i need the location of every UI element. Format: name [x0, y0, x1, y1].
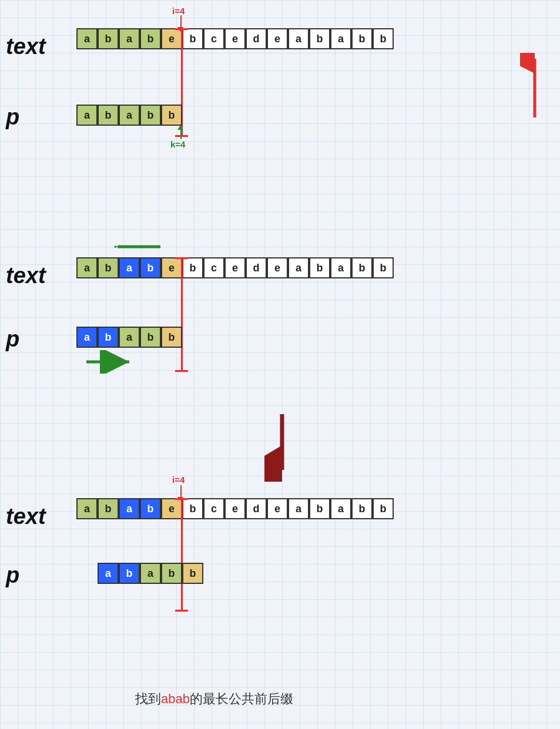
s1-tc-7: e — [224, 28, 246, 49]
s1-vline-bottom-cap — [175, 135, 188, 137]
s3-vline-top-cap — [175, 498, 188, 500]
red-up-arrow-right — [520, 53, 549, 126]
section1-p-label: p — [6, 105, 19, 130]
s1-tc-5: b — [182, 28, 203, 49]
s3-tc-2: a — [119, 498, 140, 519]
section1-p-array: a b a b b — [76, 105, 182, 126]
s3-tc-4: e — [161, 498, 182, 519]
s1-i-label: i=4 — [172, 6, 185, 16]
s1-pc-3: b — [140, 105, 161, 126]
section2-text-label: text — [6, 263, 46, 288]
s1-pc-1: b — [98, 105, 119, 126]
s3-pc-2: a — [140, 563, 161, 584]
section1-text-label: text — [6, 34, 46, 59]
s2-tc-4: e — [161, 257, 182, 278]
s1-tc-2: a — [119, 28, 140, 49]
s3-tc-13: b — [351, 498, 373, 519]
section2-text-array: a b a b e b c e d e a b a b b — [76, 257, 394, 278]
s1-tc-12: a — [330, 28, 351, 49]
s1-i-arrow — [180, 15, 182, 28]
s2-tc-11: b — [309, 257, 330, 278]
s2-pc-3: b — [140, 327, 161, 348]
s2-tc-7: e — [224, 257, 246, 278]
s2-tc-0: a — [76, 257, 98, 278]
section2-p-array: a b a b b — [76, 327, 182, 348]
s3-tc-11: b — [309, 498, 330, 519]
section2-p-label: p — [6, 327, 19, 352]
s1-tc-1: b — [98, 28, 119, 49]
s2-tc-2: a — [119, 257, 140, 278]
s1-tc-10: a — [288, 28, 309, 49]
s1-k-label: k=4 — [170, 139, 185, 149]
s2-green-right-arrow — [85, 350, 132, 376]
s2-tc-6: c — [203, 257, 224, 278]
s3-tc-10: a — [288, 498, 309, 519]
s1-k-arrowhead — [177, 125, 183, 130]
s3-tc-5: b — [182, 498, 203, 519]
s3-tc-7: e — [224, 498, 246, 519]
section3-p-array: a b a b b — [98, 563, 203, 584]
s3-pc-3: b — [161, 563, 182, 584]
s3-i-arrow — [180, 485, 182, 498]
bottom-text: 找到abab的最长公共前后缀 — [135, 690, 293, 708]
s3-i-label: i=4 — [172, 475, 185, 485]
s1-tc-0: a — [76, 28, 98, 49]
s1-tc-3: b — [140, 28, 161, 49]
bottom-highlight: abab — [161, 691, 190, 706]
section3-p-label: p — [6, 563, 19, 588]
s2-tc-13: b — [351, 257, 373, 278]
s2-tc-5: b — [182, 257, 203, 278]
s2-tc-10: a — [288, 257, 309, 278]
s2-pc-4: b — [161, 327, 182, 348]
dark-red-down-arrow — [264, 411, 300, 484]
s2-tc-12: a — [330, 257, 351, 278]
s3-tc-0: a — [76, 498, 98, 519]
s1-pc-0: a — [76, 105, 98, 126]
s3-tc-9: e — [267, 498, 288, 519]
s3-tc-1: b — [98, 498, 119, 519]
s2-tc-14: b — [373, 257, 394, 278]
s3-red-vline — [181, 498, 183, 611]
section3-text-array: a b a b e b c e d e a b a b b — [76, 498, 394, 519]
s1-pc-2: a — [119, 105, 140, 126]
s2-tc-9: e — [267, 257, 288, 278]
s1-vline-top-cap — [175, 28, 188, 30]
s3-tc-6: c — [203, 498, 224, 519]
s2-tc-8: d — [246, 257, 267, 278]
s1-tc-6: c — [203, 28, 224, 49]
s1-pc-4: b — [161, 105, 182, 126]
s3-pc-4: b — [182, 563, 203, 584]
s1-tc-14: b — [373, 28, 394, 49]
s2-tc-3: b — [140, 257, 161, 278]
s1-tc-8: d — [246, 28, 267, 49]
s2-pc-2: a — [119, 327, 140, 348]
s2-pc-1: b — [98, 327, 119, 348]
s2-tc-1: b — [98, 257, 119, 278]
s3-tc-14: b — [373, 498, 394, 519]
s3-tc-12: a — [330, 498, 351, 519]
s2-vline-top-cap — [175, 257, 188, 259]
s3-pc-1: b — [119, 563, 140, 584]
s1-tc-11: b — [309, 28, 330, 49]
s2-vline-bottom-cap — [175, 370, 188, 372]
s1-tc-9: e — [267, 28, 288, 49]
s2-pc-0: a — [76, 327, 98, 348]
s3-tc-3: b — [140, 498, 161, 519]
bottom-suffix: 的最长公共前后缀 — [190, 691, 293, 706]
s1-tc-13: b — [351, 28, 373, 49]
s3-tc-8: d — [246, 498, 267, 519]
s3-pc-0: a — [98, 563, 119, 584]
bottom-prefix: 找到 — [135, 691, 161, 706]
s3-vline-bottom-cap — [175, 610, 188, 612]
section1-text-array: a b a b e b c e d e a b a b b — [76, 28, 394, 49]
section3-text-label: text — [6, 504, 46, 529]
s2-red-vline — [181, 257, 183, 372]
